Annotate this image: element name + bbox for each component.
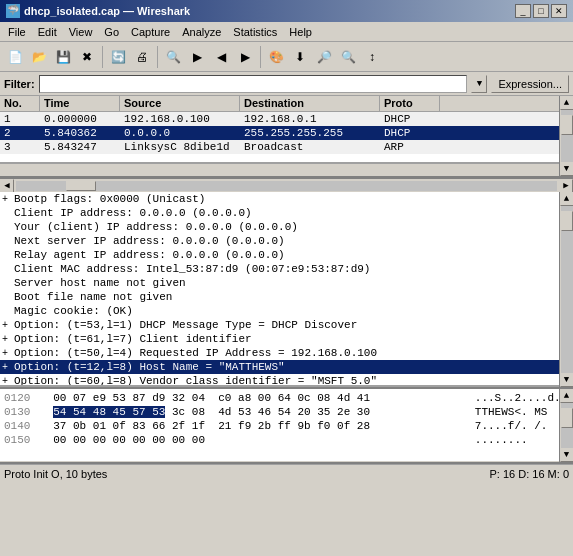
title-bar: 🦈 dhcp_isolated.cap — Wireshark _ □ ✕ bbox=[0, 0, 573, 22]
expression-button[interactable]: Expression... bbox=[491, 75, 569, 93]
tb-goto[interactable]: ▶ bbox=[186, 46, 208, 68]
cell-no: 1 bbox=[0, 113, 40, 125]
bytes-hex: 37 0b 01 0f 83 66 2f 1f 21 f9 2b ff 9b f… bbox=[40, 420, 455, 432]
status-bar: Proto Init O, 10 bytes P: 16 D: 16 M: 0 bbox=[0, 464, 573, 482]
menu-edit[interactable]: Edit bbox=[32, 24, 63, 40]
tb-colorize[interactable]: 🎨 bbox=[265, 46, 287, 68]
vscroll-thumb[interactable] bbox=[561, 408, 573, 428]
vscroll-down[interactable]: ▼ bbox=[560, 373, 574, 387]
expand-icon[interactable]: + bbox=[2, 376, 14, 387]
vscroll-track[interactable] bbox=[561, 206, 573, 373]
detail-row-highlighted[interactable]: + Option: (t=12,l=8) Host Name = "MATTHE… bbox=[0, 360, 559, 374]
expand-icon[interactable]: + bbox=[2, 348, 14, 359]
tb-zoom-out[interactable]: 🔍 bbox=[337, 46, 359, 68]
vscroll-up[interactable]: ▲ bbox=[560, 96, 574, 110]
tb-new[interactable]: 📄 bbox=[4, 46, 26, 68]
detail-row[interactable]: Boot file name not given bbox=[0, 290, 559, 304]
vscroll-track[interactable] bbox=[561, 110, 573, 162]
table-row[interactable]: 2 5.840362 0.0.0.0 255.255.255.255 DHCP bbox=[0, 126, 559, 140]
expand-icon[interactable]: + bbox=[2, 334, 14, 345]
packet-list-content: No. Time Source Destination Proto 1 0.00… bbox=[0, 96, 559, 176]
packet-list-hscroll[interactable]: ◀ ▶ bbox=[0, 178, 573, 192]
filter-label: Filter: bbox=[4, 78, 35, 90]
title-bar-left: 🦈 dhcp_isolated.cap — Wireshark bbox=[6, 4, 190, 18]
tb-autoscroll[interactable]: ⬇ bbox=[289, 46, 311, 68]
tb-open[interactable]: 📂 bbox=[28, 46, 50, 68]
tb-print[interactable]: 🖨 bbox=[131, 46, 153, 68]
detail-text: Option: (t=12,l=8) Host Name = "MATTHEWS… bbox=[14, 361, 285, 373]
menu-view[interactable]: View bbox=[63, 24, 99, 40]
detail-text: Magic cookie: (OK) bbox=[14, 305, 133, 317]
detail-row[interactable]: + Option: (t=61,l=7) Client identifier bbox=[0, 332, 559, 346]
maximize-button[interactable]: □ bbox=[533, 4, 549, 18]
detail-row[interactable]: Your (client) IP address: 0.0.0.0 (0.0.0… bbox=[0, 220, 559, 234]
bytes-offset: 0120 bbox=[4, 392, 40, 404]
toolbar-sep-2 bbox=[157, 46, 158, 68]
menu-capture[interactable]: Capture bbox=[125, 24, 176, 40]
detail-text: Option: (t=53,l=1) DHCP Message Type = D… bbox=[14, 319, 357, 331]
packet-detail-vscroll[interactable]: ▲ ▼ bbox=[559, 192, 573, 387]
hscroll-right[interactable]: ▶ bbox=[559, 179, 573, 193]
minimize-button[interactable]: _ bbox=[515, 4, 531, 18]
bytes-row: 0140 37 0b 01 0f 83 66 2f 1f 21 f9 2b ff… bbox=[4, 419, 555, 433]
packet-bytes-content: 0120 00 07 e9 53 87 d9 32 04 c0 a8 00 64… bbox=[0, 389, 559, 461]
bytes-offset: 0140 bbox=[4, 420, 40, 432]
expand-icon[interactable]: + bbox=[2, 320, 14, 331]
hscroll-thumb[interactable] bbox=[66, 181, 96, 191]
hscroll-track[interactable] bbox=[16, 181, 557, 191]
vscroll-track[interactable] bbox=[561, 403, 573, 448]
detail-row[interactable]: Server host name not given bbox=[0, 276, 559, 290]
toolbar-sep-1 bbox=[102, 46, 103, 68]
detail-row[interactable]: + Option: (t=50,l=4) Requested IP Addres… bbox=[0, 346, 559, 360]
bytes-row: 0120 00 07 e9 53 87 d9 32 04 c0 a8 00 64… bbox=[4, 391, 555, 405]
menu-analyze[interactable]: Analyze bbox=[176, 24, 227, 40]
close-button[interactable]: ✕ bbox=[551, 4, 567, 18]
bytes-ascii: ...S..2....d..MA bbox=[455, 392, 555, 404]
detail-text: Option: (t=50,l=4) Requested IP Address … bbox=[14, 347, 377, 359]
packet-bytes-vscroll[interactable]: ▲ ▼ bbox=[559, 389, 573, 462]
filter-dropdown-btn[interactable]: ▼ bbox=[471, 75, 487, 93]
expand-icon bbox=[2, 278, 14, 289]
tb-find[interactable]: 🔍 bbox=[162, 46, 184, 68]
tb-save[interactable]: 💾 bbox=[52, 46, 74, 68]
tb-resize[interactable]: ↕ bbox=[361, 46, 383, 68]
tb-zoom-in[interactable]: 🔎 bbox=[313, 46, 335, 68]
detail-row[interactable]: + Bootp flags: 0x0000 (Unicast) bbox=[0, 192, 559, 206]
table-row[interactable]: 3 5.843247 LinksysC 8dibe1d Broadcast AR… bbox=[0, 140, 559, 154]
menu-file[interactable]: File bbox=[2, 24, 32, 40]
vscroll-up[interactable]: ▲ bbox=[560, 389, 574, 403]
packet-list-vscroll[interactable]: ▲ ▼ bbox=[559, 96, 573, 176]
vscroll-down[interactable]: ▼ bbox=[560, 162, 574, 176]
vscroll-down[interactable]: ▼ bbox=[560, 448, 574, 462]
detail-row[interactable]: Relay agent IP address: 0.0.0.0 (0.0.0.0… bbox=[0, 248, 559, 262]
expand-icon[interactable]: + bbox=[2, 194, 14, 205]
packet-list-header: No. Time Source Destination Proto bbox=[0, 96, 559, 112]
filter-input[interactable] bbox=[39, 75, 468, 93]
detail-row[interactable]: Client IP address: 0.0.0.0 (0.0.0.0) bbox=[0, 206, 559, 220]
menu-go[interactable]: Go bbox=[98, 24, 125, 40]
detail-text: Option: (t=60,l=8) Vendor class identifi… bbox=[14, 375, 377, 387]
vscroll-thumb[interactable] bbox=[561, 211, 573, 231]
vscroll-thumb[interactable] bbox=[561, 115, 573, 135]
menu-statistics[interactable]: Statistics bbox=[227, 24, 283, 40]
tb-close[interactable]: ✖ bbox=[76, 46, 98, 68]
packet-detail-pane: + Bootp flags: 0x0000 (Unicast) Client I… bbox=[0, 192, 573, 389]
col-header-time: Time bbox=[40, 96, 120, 111]
tb-next[interactable]: ▶ bbox=[234, 46, 256, 68]
detail-row[interactable]: Next server IP address: 0.0.0.0 (0.0.0.0… bbox=[0, 234, 559, 248]
menu-help[interactable]: Help bbox=[283, 24, 318, 40]
table-row[interactable]: 1 0.000000 192.168.0.100 192.168.0.1 DHC… bbox=[0, 112, 559, 126]
tb-reload[interactable]: 🔄 bbox=[107, 46, 129, 68]
vscroll-up[interactable]: ▲ bbox=[560, 192, 574, 206]
bytes-hex: 00 07 e9 53 87 d9 32 04 c0 a8 00 64 0c 0… bbox=[40, 392, 455, 404]
detail-row[interactable]: Magic cookie: (OK) bbox=[0, 304, 559, 318]
expand-icon[interactable]: + bbox=[2, 362, 14, 373]
filter-bar: Filter: ▼ Expression... bbox=[0, 72, 573, 96]
status-right: P: 16 D: 16 M: 0 bbox=[490, 468, 569, 480]
expand-icon bbox=[2, 306, 14, 317]
hscroll-left[interactable]: ◀ bbox=[0, 179, 14, 193]
tb-prev[interactable]: ◀ bbox=[210, 46, 232, 68]
detail-row[interactable]: + Option: (t=60,l=8) Vendor class identi… bbox=[0, 374, 559, 387]
detail-row[interactable]: Client MAC address: Intel_53:87:d9 (00:0… bbox=[0, 262, 559, 276]
detail-row[interactable]: + Option: (t=53,l=1) DHCP Message Type =… bbox=[0, 318, 559, 332]
